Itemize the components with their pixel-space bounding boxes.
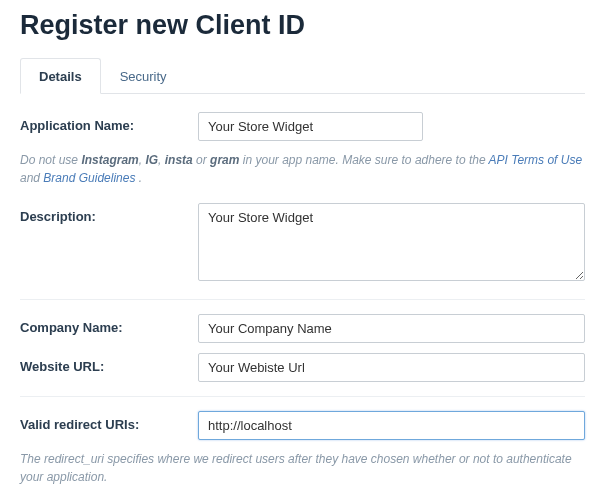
api-terms-link[interactable]: API Terms of Use (489, 153, 583, 167)
description-label: Description: (20, 203, 198, 224)
brand-guidelines-link[interactable]: Brand Guidelines (43, 171, 135, 185)
redirect-uris-label: Valid redirect URIs: (20, 411, 198, 432)
app-name-label: Application Name: (20, 112, 198, 133)
app-name-input[interactable] (198, 112, 423, 141)
description-input[interactable]: Your Store Widget (198, 203, 585, 281)
page-title: Register new Client ID (20, 10, 585, 41)
website-url-input[interactable] (198, 353, 585, 382)
redirect-uris-hint: The redirect_uri specifies where we redi… (20, 450, 585, 486)
app-name-hint: Do not use Instagram, IG, insta or gram … (20, 151, 585, 187)
tab-security[interactable]: Security (101, 58, 186, 94)
website-url-label: Website URL: (20, 353, 198, 374)
divider (20, 396, 585, 397)
tab-details[interactable]: Details (20, 58, 101, 94)
tab-bar: Details Security (20, 57, 585, 94)
company-name-input[interactable] (198, 314, 585, 343)
redirect-uris-input[interactable] (198, 411, 585, 440)
divider (20, 299, 585, 300)
company-name-label: Company Name: (20, 314, 198, 335)
